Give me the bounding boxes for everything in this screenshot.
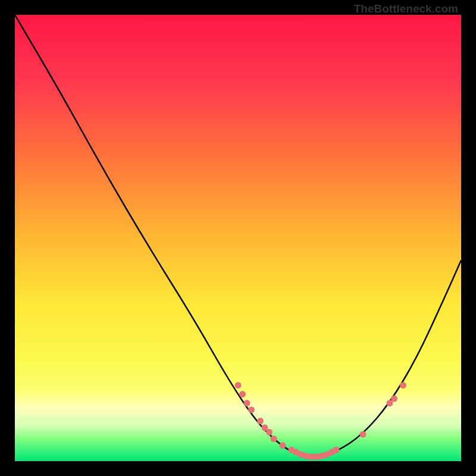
data-point [239, 391, 246, 397]
data-points [235, 382, 407, 460]
data-point [333, 447, 340, 453]
data-point [391, 396, 397, 402]
data-point [271, 436, 277, 442]
bottleneck-curve [15, 15, 461, 456]
chart-container [15, 15, 461, 461]
data-point [257, 418, 264, 424]
data-point [244, 400, 250, 406]
data-point [266, 429, 273, 436]
data-point [235, 382, 242, 389]
data-point [360, 431, 367, 438]
data-point [248, 406, 255, 413]
data-point [280, 442, 286, 449]
data-point [400, 382, 406, 389]
watermark-text: TheBottleneck.com [354, 2, 458, 15]
curve-overlay [15, 15, 461, 461]
